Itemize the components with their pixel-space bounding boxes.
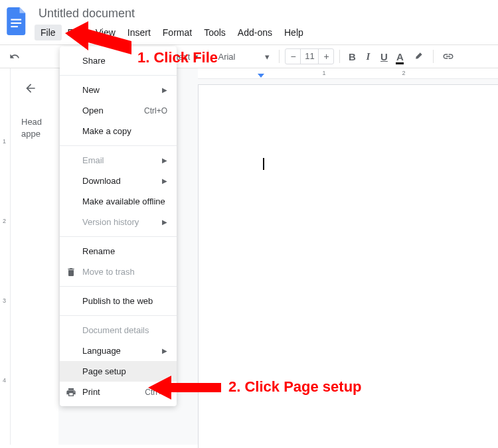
insert-link-button[interactable] (439, 47, 457, 66)
menu-item-move-trash[interactable]: Move to trash (60, 261, 177, 282)
menu-item-download[interactable]: Download▶ (60, 171, 177, 191)
font-size-group: − 11 + (285, 48, 334, 64)
document-page[interactable] (198, 84, 498, 448)
outline-panel: Head appe (11, 68, 58, 445)
menu-item-rename[interactable]: Rename (60, 241, 177, 261)
menu-item-version-history[interactable]: Version history▶ (60, 212, 177, 232)
docs-logo[interactable] (5, 5, 29, 37)
document-title[interactable]: Untitled document (35, 5, 309, 22)
menu-item-publish[interactable]: Publish to the web (60, 291, 177, 311)
menu-file[interactable]: File (35, 25, 62, 40)
menu-addons[interactable]: Add-ons (232, 25, 278, 40)
bold-button[interactable]: B (345, 47, 359, 66)
menu-item-share[interactable]: Share (60, 50, 177, 71)
menu-item-page-setup[interactable]: Page setup (60, 361, 177, 382)
svg-rect-1 (11, 23, 21, 24)
menu-item-email[interactable]: Email▶ (60, 150, 177, 171)
menu-view[interactable]: View (90, 25, 122, 40)
undo-button[interactable] (5, 47, 24, 66)
menu-edit[interactable]: Edit (62, 25, 90, 40)
menu-item-offline[interactable]: Make available offline (60, 191, 177, 212)
menu-item-new[interactable]: New▶ (60, 80, 177, 100)
svg-rect-0 (11, 19, 21, 21)
menu-help[interactable]: Help (278, 25, 309, 40)
submenu-arrow-icon: ▶ (162, 218, 167, 226)
menu-item-doc-details[interactable]: Document details (60, 320, 177, 340)
menu-item-open[interactable]: OpenCtrl+O (60, 100, 177, 121)
menu-item-language[interactable]: Language▶ (60, 340, 177, 361)
outline-hint: Head appe (21, 116, 53, 140)
menu-tools[interactable]: Tools (198, 25, 232, 40)
menu-bar: File Edit View Insert Format Tools Add-o… (35, 25, 309, 40)
submenu-arrow-icon: ▶ (162, 177, 167, 185)
horizontal-ruler: 1 2 (198, 68, 498, 79)
submenu-arrow-icon: ▶ (162, 157, 167, 164)
font-size-decrease[interactable]: − (286, 49, 300, 64)
italic-button[interactable]: I (361, 47, 374, 66)
trash-icon (65, 266, 77, 278)
submenu-arrow-icon: ▶ (162, 86, 167, 94)
outline-back-button[interactable] (21, 79, 40, 98)
underline-button[interactable]: U (377, 47, 390, 66)
menu-item-print[interactable]: PrintCtrl+P (60, 382, 177, 402)
indent-marker[interactable] (258, 74, 264, 78)
file-menu-dropdown: Share New▶ OpenCtrl+O Make a copy Email▶… (60, 46, 177, 406)
font-size-increase[interactable]: + (319, 49, 333, 64)
text-cursor (263, 158, 264, 170)
vertical-ruler: 1 2 3 4 (0, 68, 11, 445)
font-dropdown[interactable]: Arial▾ (214, 52, 274, 62)
menu-insert[interactable]: Insert (122, 25, 157, 40)
highlight-button[interactable] (409, 47, 428, 66)
font-size-value[interactable]: 11 (300, 49, 319, 64)
menu-item-make-copy[interactable]: Make a copy (60, 121, 177, 141)
text-color-button[interactable]: A (393, 47, 406, 66)
menu-format[interactable]: Format (157, 25, 198, 40)
print-icon (65, 386, 77, 398)
submenu-arrow-icon: ▶ (162, 347, 167, 354)
svg-rect-2 (11, 26, 18, 27)
